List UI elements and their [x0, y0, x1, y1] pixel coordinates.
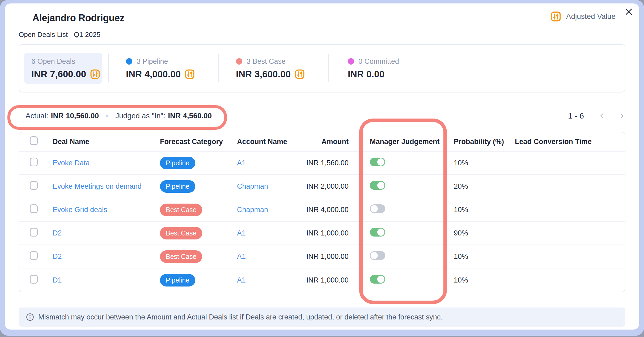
pipeline-dot-icon [126, 58, 132, 65]
toggle-knob [371, 205, 378, 212]
amount-cell: INR 4,000.00 [295, 206, 349, 214]
adjusted-value-icon [295, 69, 304, 79]
close-icon [624, 7, 633, 16]
summary-card: 6 Open Deals INR 7,600.00 3 Pipeline INR… [19, 44, 625, 92]
page-title: Alejandro Rodriguez [19, 12, 621, 24]
toggle-knob [377, 229, 384, 236]
row-checkbox[interactable] [30, 275, 38, 284]
amount-cell: INR 1,000.00 [295, 252, 349, 261]
info-icon [26, 313, 34, 321]
table-row: D2 Best Case A1 INR 1,000.00 90% [19, 222, 625, 245]
best-case-dot-icon [236, 58, 242, 65]
forecast-category-badge: Best Case [160, 227, 202, 239]
stat-value: INR 7,600.00 [31, 69, 86, 79]
table-row: D1 Pipeline A1 INR 1,000.00 10% [19, 268, 625, 292]
table-row: Evoke Meetings on demand Pipeline Chapma… [19, 175, 625, 198]
manager-judgement-toggle[interactable] [370, 275, 385, 284]
stat-best-case[interactable]: 3 Best Case INR 3,600.00 [219, 57, 328, 79]
stat-label: 0 Committed [358, 57, 399, 66]
stat-value: INR 0.00 [348, 69, 384, 79]
judged-value: INR 4,560.00 [168, 112, 212, 120]
table-row: Evoke Data Pipeline A1 INR 1,560.00 10% [19, 151, 625, 175]
probability-cell: 10% [454, 276, 515, 284]
manager-judgement-toggle[interactable] [370, 228, 385, 237]
toggle-knob [377, 158, 384, 166]
next-page-button[interactable] [618, 112, 625, 120]
actual-label: Actual: [26, 112, 48, 120]
probability-cell: 10% [454, 206, 515, 214]
amount-cell: INR 1,000.00 [295, 229, 349, 237]
deal-name-link[interactable]: Evoke Grid deals [53, 206, 107, 214]
forecast-category-badge: Best Case [160, 204, 202, 216]
deals-table: Deal Name Forecast Category Account Name… [19, 132, 625, 292]
deal-name-link[interactable]: D2 [53, 229, 62, 237]
row-checkbox[interactable] [30, 228, 38, 237]
dot-separator [106, 115, 108, 117]
column-header-forecast-category: Forecast Category [160, 138, 237, 146]
deal-name-link[interactable]: D1 [53, 276, 62, 284]
account-name-link[interactable]: Chapman [237, 206, 268, 214]
row-checkbox[interactable] [30, 158, 38, 166]
adjusted-value-icon [551, 11, 561, 22]
amount-cell: INR 1,000.00 [295, 276, 349, 284]
stat-label: 3 Pipeline [137, 57, 168, 66]
chevron-left-icon [598, 112, 606, 120]
probability-cell: 90% [454, 229, 515, 237]
column-header-probability: Probability (%) [454, 138, 515, 146]
row-checkbox[interactable] [30, 204, 38, 213]
probability-cell: 10% [454, 252, 515, 261]
committed-dot-icon [348, 58, 354, 65]
mismatch-note-text: Mismatch may occur between the Amount an… [38, 313, 443, 321]
column-header-manager-judgement: Manager Judgement [349, 138, 454, 146]
column-header-lead-conversion-time: Lead Conversion Time [515, 138, 625, 146]
row-checkbox[interactable] [30, 181, 38, 190]
totals-line: Actual: INR 10,560.00 Judged as "In": IN… [19, 112, 212, 120]
pagination-range: 1 - 6 [568, 111, 584, 120]
pagination: 1 - 6 [568, 111, 625, 120]
stat-pipeline[interactable]: 3 Pipeline INR 4,000.00 [109, 57, 218, 79]
manager-judgement-toggle[interactable] [370, 204, 385, 213]
account-name-link[interactable]: Chapman [237, 182, 268, 190]
deal-name-link[interactable]: Evoke Data [53, 159, 90, 167]
stat-open-deals[interactable]: 6 Open Deals INR 7,600.00 [24, 53, 102, 84]
probability-cell: 10% [454, 159, 515, 167]
probability-cell: 20% [454, 182, 515, 191]
deal-name-link[interactable]: Evoke Meetings on demand [53, 182, 142, 190]
stat-label: 6 Open Deals [31, 57, 75, 66]
screen: Adjusted Value Alejandro Rodriguez Open … [0, 0, 644, 337]
account-name-link[interactable]: A1 [237, 252, 246, 260]
toggle-knob [377, 276, 384, 283]
forecast-category-badge: Best Case [160, 250, 202, 263]
adjusted-value-icon [90, 69, 100, 79]
stat-value: INR 4,000.00 [126, 69, 181, 79]
manager-judgement-toggle[interactable] [370, 158, 385, 166]
chevron-right-icon [618, 112, 625, 120]
toggle-knob [371, 252, 378, 259]
close-button[interactable] [623, 6, 635, 18]
adjusted-value-icon [185, 69, 194, 79]
amount-cell: INR 2,000.00 [295, 182, 349, 191]
table-header-row: Deal Name Forecast Category Account Name… [19, 132, 625, 151]
page-subtitle: Open Deals List - Q1 2025 [19, 31, 625, 39]
manager-judgement-toggle[interactable] [370, 181, 385, 190]
table-row: D2 Best Case A1 INR 1,000.00 10% [19, 245, 625, 268]
account-name-link[interactable]: A1 [237, 159, 246, 167]
stat-committed[interactable]: 0 Committed INR 0.00 [329, 57, 399, 79]
account-name-link[interactable]: A1 [237, 276, 246, 284]
forecast-category-badge: Pipeline [160, 157, 195, 169]
forecast-deals-modal: Adjusted Value Alejandro Rodriguez Open … [5, 3, 639, 330]
stat-label: 3 Best Case [247, 57, 286, 66]
stat-value: INR 3,600.00 [236, 69, 291, 79]
column-header-deal-name: Deal Name [53, 138, 160, 146]
amount-cell: INR 1,560.00 [295, 159, 349, 167]
previous-page-button[interactable] [598, 112, 606, 120]
select-all-checkbox[interactable] [30, 136, 38, 145]
account-name-link[interactable]: A1 [237, 229, 246, 237]
column-header-account-name: Account Name [237, 138, 295, 146]
adjusted-value-legend: Adjusted Value [551, 11, 616, 22]
deal-name-link[interactable]: D2 [53, 252, 62, 260]
manager-judgement-toggle[interactable] [370, 251, 385, 260]
row-checkbox[interactable] [30, 251, 38, 260]
table-row: Evoke Grid deals Best Case Chapman INR 4… [19, 198, 625, 222]
toggle-knob [377, 182, 384, 189]
